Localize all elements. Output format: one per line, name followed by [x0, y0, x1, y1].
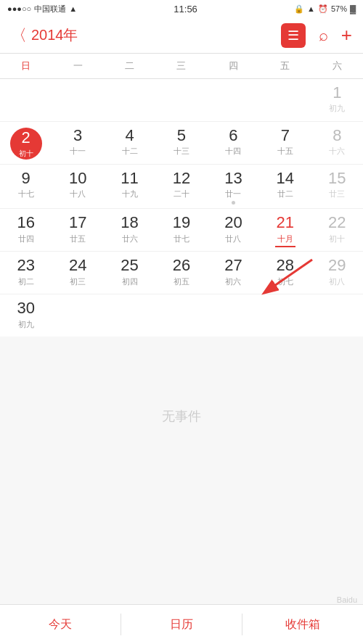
- search-button[interactable]: ⌕: [319, 26, 328, 45]
- status-time: 11:56: [174, 4, 197, 15]
- calendar-cell: [155, 294, 207, 337]
- no-events-label: 无事件: [162, 408, 201, 425]
- calendar-cell-oct25[interactable]: 25 初四: [104, 252, 155, 294]
- tab-today[interactable]: 今天: [0, 605, 121, 644]
- day-header-sat: 六: [311, 57, 363, 75]
- carrier: 中国联通: [34, 4, 66, 15]
- calendar-cell: [104, 294, 155, 337]
- battery-icon: ▓: [350, 4, 356, 13]
- calendar-cell-oct5[interactable]: 5 十三: [155, 122, 207, 164]
- list-view-button[interactable]: ☰: [281, 23, 306, 48]
- calendar-cell-oct23[interactable]: 23 初二: [0, 252, 52, 294]
- calendar-cell-oct16[interactable]: 16 廿四: [0, 209, 52, 251]
- calendar-week-6: 30 初九: [0, 294, 363, 337]
- calendar-cell-oct30[interactable]: 30 初九: [0, 294, 52, 337]
- calendar-cell-oct8[interactable]: 8 十六: [311, 122, 363, 164]
- calendar-cell-oct6[interactable]: 6 十四: [208, 122, 259, 164]
- list-icon: ☰: [287, 28, 299, 44]
- status-left: ●●●○○ 中国联通 ▲: [7, 4, 77, 15]
- calendar-cell-oct14[interactable]: 14 廿二: [259, 165, 311, 208]
- baidu-watermark: Baidu: [337, 595, 357, 604]
- header-left: 〈 2014年: [11, 25, 78, 46]
- calendar-cell[interactable]: [155, 79, 207, 121]
- calendar-cell-oct13[interactable]: 13 廿一: [208, 165, 259, 208]
- calendar-cell-oct9[interactable]: 9 十七: [0, 165, 52, 208]
- calendar-week-3: 9 十七 10 十八 11 十九 12 二十 13 廿一 14 廿二 15 廿三: [0, 165, 363, 209]
- calendar-cell: [208, 294, 259, 337]
- calendar-cell[interactable]: [259, 79, 311, 121]
- day-header-thu: 四: [208, 57, 259, 75]
- calendar-cell: [52, 294, 103, 337]
- calendar-cell-oct17[interactable]: 17 廿五: [52, 209, 103, 251]
- back-button[interactable]: 〈: [11, 25, 27, 46]
- calendar-cell-oct10[interactable]: 10 十八: [52, 165, 103, 208]
- calendar-cell-oct11[interactable]: 11 十九: [104, 165, 155, 208]
- calendar-cell[interactable]: [52, 79, 103, 121]
- header-right: ☰ ⌕ +: [281, 23, 352, 48]
- tab-inbox[interactable]: 收件箱: [242, 605, 363, 644]
- events-area: 无事件: [0, 337, 363, 496]
- calendar-cell-oct7[interactable]: 7 十五: [259, 122, 311, 164]
- calendar-cell[interactable]: [208, 79, 259, 121]
- year-title: 2014年: [31, 25, 78, 45]
- calendar-cell-oct20[interactable]: 20 廿八: [208, 209, 259, 251]
- calendar-week-1: 1 初九: [0, 79, 363, 122]
- add-event-button[interactable]: +: [341, 24, 352, 46]
- calendar-cell-oct12[interactable]: 12 二十: [155, 165, 207, 208]
- today-indicator: 2 初十: [10, 128, 42, 160]
- calendar-cell: [311, 294, 363, 337]
- calendar-cell-oct28[interactable]: 28 初七: [259, 252, 311, 294]
- lock-icon: 🔒: [294, 4, 304, 14]
- wifi-icon: ▲: [69, 4, 77, 13]
- calendar-cell-oct4[interactable]: 4 十二: [104, 122, 155, 164]
- header: 〈 2014年 ☰ ⌕ +: [0, 17, 363, 54]
- calendar-cell[interactable]: [0, 79, 52, 121]
- day-header-wed: 三: [155, 57, 207, 75]
- calendar-week-4: 16 廿四 17 廿五 18 廿六 19 廿七 20 廿八 21 十月 22 初…: [0, 209, 363, 252]
- calendar-week-5: 23 初二 24 初三 25 初四 26 初五 27 初六 28 初七 29 初…: [0, 252, 363, 294]
- signal-icon: ●●●○○: [7, 4, 31, 13]
- day-headers: 日 一 二 三 四 五 六: [0, 54, 363, 79]
- event-dot: [232, 201, 235, 205]
- calendar-cell-oct18[interactable]: 18 廿六: [104, 209, 155, 251]
- calendar-cell-oct2[interactable]: 2 初十: [0, 122, 52, 164]
- status-right: 🔒 ▲ ⏰ 57% ▓: [294, 4, 356, 14]
- day-header-sun: 日: [0, 57, 52, 75]
- calendar-grid: 1 初九 2 初十 3 十一 4 十二 5 十三 6 十四 7 十五: [0, 79, 363, 337]
- calendar-cell-oct26[interactable]: 26 初五: [155, 252, 207, 294]
- calendar-cell-oct29[interactable]: 29 初八: [311, 252, 363, 294]
- battery-text: 57%: [331, 4, 347, 13]
- calendar-cell-oct21[interactable]: 21 十月: [259, 209, 311, 251]
- day-header-mon: 一: [52, 57, 103, 75]
- calendar-cell: [259, 294, 311, 337]
- calendar-cell-oct1[interactable]: 1 初九: [311, 79, 363, 121]
- calendar-cell-oct19[interactable]: 19 廿七: [155, 209, 207, 251]
- location-icon: ▲: [307, 4, 315, 13]
- calendar-week-2: 2 初十 3 十一 4 十二 5 十三 6 十四 7 十五 8 十六: [0, 122, 363, 165]
- status-bar: ●●●○○ 中国联通 ▲ 11:56 🔒 ▲ ⏰ 57% ▓: [0, 0, 363, 17]
- day-header-tue: 二: [104, 57, 155, 75]
- calendar-cell-oct24[interactable]: 24 初三: [52, 252, 103, 294]
- calendar-cell-oct3[interactable]: 3 十一: [52, 122, 103, 164]
- tab-bar: 今天 日历 收件箱: [0, 604, 363, 644]
- calendar-cell-oct15[interactable]: 15 廿三: [311, 165, 363, 208]
- tab-calendar[interactable]: 日历: [121, 605, 242, 644]
- calendar-cell-oct27[interactable]: 27 初六: [208, 252, 259, 294]
- calendar-cell[interactable]: [104, 79, 155, 121]
- calendar-cell-oct22[interactable]: 22 初十: [311, 209, 363, 251]
- day-header-fri: 五: [259, 57, 311, 75]
- alarm-icon: ⏰: [318, 4, 328, 14]
